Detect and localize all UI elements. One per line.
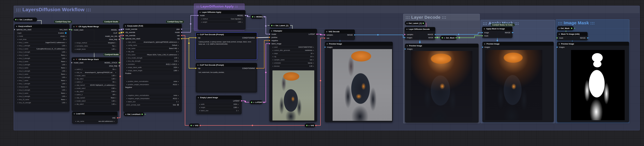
combo-left-arrow-icon[interactable]: [74, 100, 76, 102]
input-port-dot[interactable]: [190, 125, 192, 126]
combo-right-arrow-icon[interactable]: [66, 58, 67, 59]
output-port-LATENT[interactable]: [316, 33, 318, 35]
widget-control_after_generate[interactable]: control_after_generaterandomize: [271, 49, 316, 52]
widget-denoise[interactable]: denoise1.00: [271, 65, 316, 68]
node-header[interactable]: EasyLoraStack: [14, 24, 70, 28]
node-menu-icon[interactable]: [406, 44, 408, 47]
widget-lora_3_strength[interactable]: lora_3_strength1.00: [16, 57, 68, 60]
combo-left-arrow-icon[interactable]: [126, 57, 127, 59]
node-easy-lorastack[interactable]: EasyLoraStackoptional_lora_stacklora_sta…: [14, 24, 70, 112]
combo-left-arrow-icon[interactable]: [272, 56, 273, 57]
widget-lora_1_strength[interactable]: lora_1_strength1.00: [16, 44, 68, 47]
combo-right-arrow-icon[interactable]: [114, 121, 115, 122]
input-port-dot[interactable]: [271, 25, 272, 26]
node-header[interactable]: Layer Diffusion Apply: [198, 10, 245, 14]
widget-weight_factor[interactable]: weight_factor1.00: [73, 48, 118, 50]
combo-left-arrow-icon[interactable]: [17, 74, 18, 75]
combo-left-arrow-icon[interactable]: [126, 48, 127, 49]
node-menu-icon[interactable]: [558, 27, 560, 29]
input-port-clip[interactable]: [195, 68, 196, 69]
node-menu-icon[interactable]: [193, 124, 194, 127]
combo-left-arrow-icon[interactable]: [126, 81, 127, 82]
node-header[interactable]: CLIP Text Encode (Prompt): [196, 32, 257, 36]
node-menu-icon[interactable]: [308, 124, 310, 127]
widget-lora_10_strength[interactable]: lora_10_strength1.00: [16, 101, 68, 104]
combo-left-arrow-icon[interactable]: [126, 60, 127, 62]
combo-right-arrow-icon[interactable]: [116, 48, 116, 50]
input-port-samples[interactable]: [404, 34, 406, 35]
node-layer-diffusion-apply[interactable]: Layer Diffusion ApplymodelMODELmethodCon…: [198, 10, 246, 30]
input-port-dot[interactable]: [252, 16, 253, 17]
widget-height[interactable]: height1280: [198, 106, 240, 109]
widget-vae_name[interactable]: vae_nameBaked VAE: [125, 47, 180, 50]
node-header[interactable]: Empty Latent Image: [196, 96, 242, 99]
node-header[interactable]: VAE Decode: [325, 30, 355, 33]
toggle-dot[interactable]: [65, 32, 67, 34]
combo-left-arrow-icon[interactable]: [17, 35, 18, 37]
combo-left-arrow-icon[interactable]: [126, 101, 127, 102]
widget-lora_5_strength[interactable]: lora_5_strength1.00: [16, 70, 68, 72]
node-vae-reroute-2[interactable]: VAE: [305, 124, 316, 127]
widget-negative_token_normalization[interactable]: negative_token_normalizationnone: [125, 94, 180, 97]
combo-right-arrow-icon[interactable]: [178, 60, 179, 62]
combo-right-arrow-icon[interactable]: [178, 54, 179, 55]
combo-left-arrow-icon[interactable]: [74, 88, 76, 89]
node-get-latent[interactable]: Get_Latent_[1]: [405, 21, 425, 25]
node-graph-canvas[interactable]: ::: LayersDiffusion Workflow :::::: Laye…: [0, 0, 644, 146]
widget-positive_token_normalization[interactable]: positive_token_normalizationnone: [125, 80, 180, 83]
input-port-clip_override[interactable]: [123, 32, 124, 33]
combo-right-arrow-icon[interactable]: [178, 95, 179, 96]
node-header[interactable]: Preview Image: [325, 42, 392, 46]
combo-left-arrow-icon[interactable]: [126, 54, 127, 55]
combo-left-arrow-icon[interactable]: [74, 42, 76, 43]
combo-left-arrow-icon[interactable]: [17, 77, 18, 78]
combo-right-arrow-icon[interactable]: [66, 64, 67, 65]
combo-right-arrow-icon[interactable]: [178, 51, 179, 52]
widget-ckpt_name2[interactable]: ckpt_name2SDVN7-NijiStyleXL_v1.safetenso…: [73, 84, 118, 87]
input-port-images[interactable]: [556, 46, 558, 48]
widget-lora_1_name[interactable]: lora_1_nameJuggerCineXL2.safetensors: [16, 41, 68, 44]
node-menu-icon[interactable]: [558, 33, 560, 35]
output-port-lora_stack[interactable]: [69, 29, 70, 30]
combo-right-arrow-icon[interactable]: [178, 64, 179, 65]
node-preview-image-mask[interactable]: Preview Imageimages: [557, 42, 629, 122]
combo-left-arrow-icon[interactable]: [126, 41, 127, 43]
combo-right-arrow-icon[interactable]: [116, 42, 116, 43]
widget-num_loras[interactable]: num_loras10: [16, 38, 68, 41]
output-port-dot[interactable]: [422, 23, 424, 24]
combo-left-arrow-icon[interactable]: [17, 45, 18, 46]
node-set-lorastack[interactable]: Set_LoraStack: [14, 17, 37, 22]
widget-config_name[interactable]: config_nameDefault: [125, 44, 180, 47]
combo-left-arrow-icon[interactable]: [17, 48, 18, 49]
combo-right-arrow-icon[interactable]: [66, 39, 67, 40]
combo-left-arrow-icon[interactable]: [74, 81, 76, 83]
widget-lora_clip_strength[interactable]: lora_clip_strength1.00: [125, 60, 180, 62]
node-get-mask[interactable]: Get_Mask: [557, 26, 574, 30]
combo-left-arrow-icon[interactable]: [199, 104, 200, 105]
output-port-model_mix_info[interactable]: [118, 35, 120, 37]
widget-ckpt_name[interactable]: ckpt_namedreamshaperXL_lightningDPMSDE.s…: [125, 41, 180, 43]
input-port-mask[interactable]: [482, 35, 483, 36]
combo-left-arrow-icon[interactable]: [74, 48, 76, 50]
widget-lora_4_strength[interactable]: lora_4_strength1.00: [16, 63, 68, 66]
group-title-workflow[interactable]: ::: LayersDiffusion Workflow :::: [14, 6, 640, 13]
combo-left-arrow-icon[interactable]: [74, 45, 76, 47]
combo-right-arrow-icon[interactable]: [238, 107, 239, 108]
combo-right-arrow-icon[interactable]: [66, 42, 67, 43]
widget-a1111_prompt_style[interactable]: a1111_prompt_stylefalse: [125, 103, 180, 106]
node-menu-icon[interactable]: [16, 25, 17, 27]
group-title-layer-decode[interactable]: ::: Layer Decode :::: [404, 14, 480, 20]
output-port-dot[interactable]: [571, 28, 572, 29]
widget-lora_model_strength[interactable]: lora_model_strength1.00: [125, 56, 180, 59]
widget-lora_5_name[interactable]: lora_5_nameNone: [16, 66, 68, 69]
node-menu-icon[interactable]: [444, 37, 445, 39]
combo-left-arrow-icon[interactable]: [74, 94, 76, 95]
node-set-latent[interactable]: Set_Latent_[1]: [270, 24, 290, 27]
widget-ckpt_name1[interactable]: ckpt_name1dreamshaperXL_lightningDPMSDE.…: [73, 71, 118, 74]
widget-lora_4_name[interactable]: lora_4_nameNone: [16, 60, 68, 63]
combo-left-arrow-icon[interactable]: [74, 75, 76, 76]
input-port-dot[interactable]: [15, 19, 16, 20]
node-menu-icon[interactable]: [197, 33, 198, 36]
widget-lora_7_name[interactable]: lora_7_nameNone: [16, 79, 68, 82]
combo-left-arrow-icon[interactable]: [126, 45, 127, 46]
